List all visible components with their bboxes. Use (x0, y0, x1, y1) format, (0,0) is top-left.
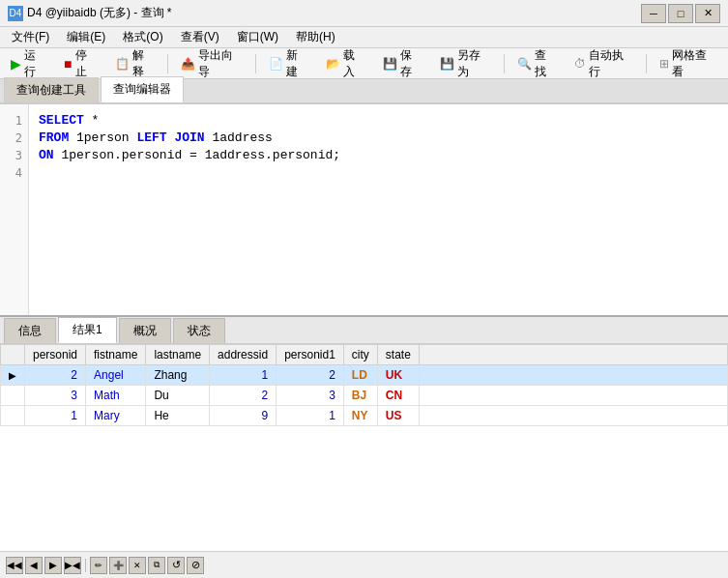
col-spacer (419, 345, 727, 365)
nav-add-button[interactable]: ➕ (109, 557, 127, 574)
stop-label: 停止 (75, 47, 98, 80)
app-icon: D4 (8, 6, 23, 21)
table-row[interactable]: ▶ 2 Angel Zhang 1 2 LD UK (1, 365, 728, 386)
tab-result1[interactable]: 结果1 (58, 317, 117, 343)
cell-lastname: Du (146, 386, 210, 406)
window-title: D4 @yiibaidb (无多) - 查询 * (27, 5, 172, 21)
cell-addressid: 2 (210, 386, 277, 406)
cell-spacer (419, 386, 727, 406)
find-icon: 🔍 (517, 57, 532, 71)
cell-city: BJ (343, 386, 377, 406)
col-addressid[interactable]: addressid (210, 345, 277, 365)
cell-fistname: Mary (86, 406, 146, 426)
results-table: personid fistname lastname addressid per… (0, 344, 728, 426)
cell-personid1: 2 (277, 365, 344, 386)
results-area: 信息 结果1 概况 状态 personid fistname last (0, 317, 728, 578)
save-icon: 💾 (383, 57, 397, 71)
nav-clear-button[interactable]: ⊘ (187, 557, 204, 574)
find-label: 查找 (535, 47, 557, 80)
col-fistname[interactable]: fistname (86, 345, 146, 365)
run-label: 运行 (24, 47, 46, 80)
row-arrow (1, 406, 25, 426)
cell-state: CN (377, 386, 419, 406)
nav-next-button[interactable]: ▶ (44, 557, 62, 574)
cell-city: NY (343, 406, 377, 426)
cell-personid1: 1 (277, 406, 344, 426)
table-row[interactable]: 3 Math Du 2 3 BJ CN (1, 386, 728, 406)
nav-prev-button[interactable]: ◀ (25, 557, 43, 574)
cell-lastname: He (146, 406, 210, 426)
close-button[interactable]: ✕ (695, 4, 720, 23)
tab-info[interactable]: 信息 (4, 318, 56, 343)
cell-state: UK (377, 365, 419, 386)
col-state[interactable]: state (377, 345, 419, 365)
nav-last-button[interactable]: ▶◀ (64, 557, 81, 574)
grid-icon: ⊞ (659, 57, 669, 71)
window-controls: ─ □ ✕ (641, 4, 720, 23)
col-arrow (1, 345, 25, 365)
nav-first-button[interactable]: ◀◀ (6, 557, 23, 574)
grid-label: 网格查看 (672, 47, 717, 80)
nav-dup-button[interactable]: ⧉ (148, 557, 165, 574)
col-personid1[interactable]: personid1 (277, 345, 344, 365)
tab-query-editor[interactable]: 查询编辑器 (101, 76, 184, 102)
save-button[interactable]: 💾 保存 (376, 43, 429, 84)
line-numbers: 1 2 3 4 (0, 104, 29, 315)
cell-lastname: Zhang (146, 365, 210, 386)
explain-icon: 📋 (115, 57, 130, 71)
sql-editor[interactable]: 1 2 3 4 SELECT * FROM 1person LEFT JOIN … (0, 104, 728, 317)
cell-personid: 2 (25, 365, 86, 386)
export-label: 导出向导 (198, 47, 243, 80)
cell-personid: 1 (25, 406, 86, 426)
results-tab-bar: 信息 结果1 概况 状态 (0, 317, 728, 344)
load-button[interactable]: 📂 载入 (319, 43, 372, 84)
col-personid[interactable]: personid (25, 345, 86, 365)
nav-refresh-button[interactable]: ↺ (167, 557, 185, 574)
cell-fistname: Math (86, 386, 146, 406)
sep4 (646, 54, 647, 73)
cell-state: US (377, 406, 419, 426)
minimize-button[interactable]: ─ (641, 4, 666, 23)
cell-personid: 3 (25, 386, 86, 406)
col-city[interactable]: city (343, 345, 377, 365)
nav-bar: ◀◀ ◀ ▶ ▶◀ ✏ ➕ ✕ ⧉ ↺ ⊘ (0, 551, 728, 578)
sql-code-area[interactable]: SELECT * FROM 1person LEFT JOIN 1address… (29, 104, 728, 315)
run-icon: ▶ (11, 56, 21, 72)
nav-delete-button[interactable]: ✕ (129, 557, 146, 574)
save-as-label: 另存为 (457, 47, 491, 80)
load-label: 载入 (343, 47, 365, 80)
auto-run-icon: ⏱ (574, 57, 586, 71)
save-as-icon: 💾 (440, 57, 454, 71)
cell-city: LD (343, 365, 377, 386)
new-button[interactable]: 📄 新建 (262, 43, 315, 84)
tab-status[interactable]: 状态 (173, 318, 225, 343)
new-icon: 📄 (269, 57, 283, 71)
tab-query-builder[interactable]: 查询创建工具 (4, 77, 99, 102)
col-lastname[interactable]: lastname (146, 345, 210, 365)
export-icon: 📤 (181, 57, 195, 71)
new-label: 新建 (286, 47, 308, 80)
auto-run-label: 自动执行 (589, 47, 634, 80)
explain-label: 解释 (132, 47, 155, 80)
grid-view-button[interactable]: ⊞ 网格查看 (653, 43, 724, 84)
find-button[interactable]: 🔍 查找 (510, 43, 564, 84)
row-arrow (1, 386, 25, 406)
nav-sep1 (85, 559, 86, 572)
auto-run-button[interactable]: ⏱ 自动执行 (568, 43, 641, 84)
save-as-button[interactable]: 💾 另存为 (433, 43, 498, 84)
save-label: 保存 (400, 47, 422, 80)
tab-overview[interactable]: 概况 (119, 318, 171, 343)
title-bar: D4 D4 @yiibaidb (无多) - 查询 * ─ □ ✕ (0, 0, 728, 27)
data-grid[interactable]: personid fistname lastname addressid per… (0, 344, 728, 551)
stop-icon: ■ (64, 56, 72, 72)
maximize-button[interactable]: □ (668, 4, 693, 23)
export-wizard-button[interactable]: 📤 导出向导 (174, 43, 249, 84)
main-content: 1 2 3 4 SELECT * FROM 1person LEFT JOIN … (0, 104, 728, 578)
sep3 (504, 54, 505, 73)
cell-addressid: 9 (210, 406, 277, 426)
cell-spacer (419, 406, 727, 426)
table-row[interactable]: 1 Mary He 9 1 NY US (1, 406, 728, 426)
nav-edit-button[interactable]: ✏ (90, 557, 107, 574)
load-icon: 📂 (326, 57, 340, 71)
toolbar: ▶ 运行 ■ 停止 📋 解释 📤 导出向导 📄 新建 📂 载入 💾 保存 💾 另… (0, 48, 728, 79)
